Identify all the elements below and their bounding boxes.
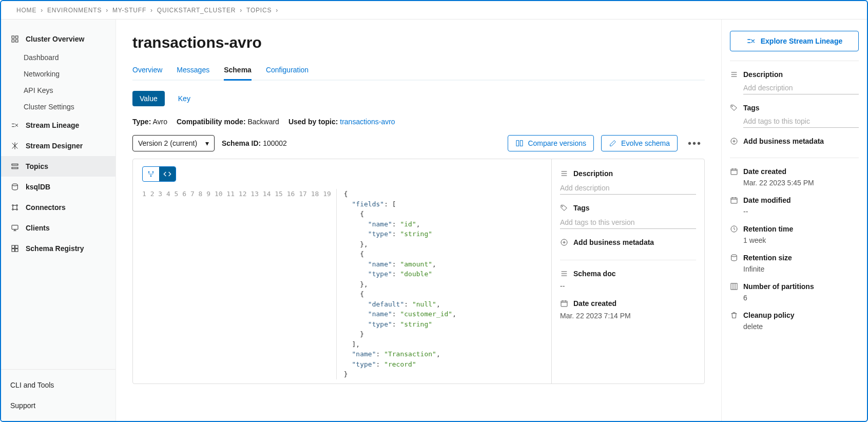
rp-tags-label: Tags [743,104,760,112]
svg-rect-14 [12,249,14,252]
schema-id-label: Schema ID: [222,139,261,147]
chevron-right-icon: › [150,7,153,14]
sidebar-item-networking[interactable]: Networking [1,66,115,82]
sidebar-item-label: Dashboard [24,53,59,62]
chevron-down-icon: ▾ [205,139,209,147]
explore-stream-lineage-button[interactable]: Explore Stream Lineage [730,31,859,51]
version-select-value: Version 2 (current) [138,139,197,147]
sidebar: Cluster Overview Dashboard Networking AP… [1,20,116,421]
side-tags-input[interactable] [560,216,696,229]
rp-retention-time-label: Retention time [743,225,793,233]
svg-point-7 [12,205,14,206]
crumb-mystuff[interactable]: MY-STUFF [112,7,146,14]
svg-point-19 [152,171,154,173]
meta-type-value: Avro [152,118,167,126]
sidebar-item-label: Topics [26,162,48,170]
sidebar-item-connectors[interactable]: Connectors [1,197,115,218]
sidebar-item-clients[interactable]: Clients [1,218,115,238]
tabs: Overview Messages Schema Configuration [132,66,705,81]
rp-add-metadata[interactable]: Add business metadata [743,137,824,145]
schema-editor[interactable]: 1 2 3 4 5 6 7 8 9 10 11 12 13 14 15 16 1… [133,185,551,383]
sidebar-item-ksqldb[interactable]: ksqlDB [1,177,115,197]
sidebar-item-schema-registry[interactable]: Schema Registry [1,238,115,259]
rp-date-modified-label: Date modified [743,196,791,204]
side-description-label: Description [573,169,613,178]
svg-rect-12 [12,245,14,248]
chevron-right-icon: › [41,7,43,14]
lineage-icon [10,121,20,130]
tag-icon [560,204,568,212]
svg-point-24 [732,106,732,107]
divider [560,260,696,260]
tree-icon [147,170,155,178]
chevron-right-icon: › [240,7,242,14]
sidebar-item-topics[interactable]: Topics [1,156,115,177]
rp-cleanup-label: Cleanup policy [743,311,795,319]
svg-point-9 [12,209,14,210]
side-date-created-value: Mar. 22 2023 7:14 PM [560,312,696,320]
right-panel: Explore Stream Lineage Description Tags … [721,20,867,421]
side-schema-doc-label: Schema doc [573,270,615,278]
svg-rect-0 [12,36,14,39]
view-tree-button[interactable] [143,167,159,181]
sidebar-item-support[interactable]: Support [1,395,115,416]
svg-rect-1 [15,36,18,39]
svg-point-20 [150,176,152,177]
sidebar-item-stream-designer[interactable]: Stream Designer [1,136,115,156]
grid-icon [10,34,20,44]
svg-rect-15 [15,249,18,252]
sidebar-item-stream-lineage[interactable]: Stream Lineage [1,115,115,136]
pill-key[interactable]: Key [171,91,198,106]
tab-configuration[interactable]: Configuration [266,66,308,81]
meta-usedby-link[interactable]: transactions-avro [340,118,395,126]
divider [730,61,859,61]
sidebar-item-cluster-settings[interactable]: Cluster Settings [1,99,115,115]
side-add-metadata[interactable]: Add business metadata [573,238,654,246]
compare-icon [515,139,524,147]
sidebar-item-cluster-overview[interactable]: Cluster Overview [1,29,115,49]
meta-compat-label: Compatibility mode: [177,118,246,126]
view-mode-toggle [142,166,176,182]
breadcrumb: HOME› ENVIRONMENTS› MY-STUFF› QUICKSTART… [1,1,867,20]
svg-rect-30 [731,283,737,290]
crumb-environments[interactable]: ENVIRONMENTS [47,7,102,14]
sidebar-item-label: Cluster Overview [26,35,84,43]
line-gutter: 1 2 3 4 5 6 7 8 9 10 11 12 13 14 15 16 1… [133,189,337,379]
topics-icon [10,162,20,171]
svg-rect-2 [12,40,14,42]
chevron-right-icon: › [276,7,278,14]
crumb-cluster[interactable]: QUICKSTART_CLUSTER [157,7,236,14]
crumb-topics[interactable]: TOPICS [246,7,272,14]
list-icon [560,270,568,278]
rp-description-input[interactable] [743,82,859,94]
view-code-button[interactable] [159,167,176,181]
schema-meta: Type: Avro Compatibility mode: Backward … [132,118,705,126]
compare-versions-button[interactable]: Compare versions [508,135,594,151]
calendar-icon [730,196,738,204]
side-description-input[interactable] [560,182,696,195]
svg-point-18 [148,171,150,173]
version-select[interactable]: Version 2 (current) ▾ [132,135,215,151]
tab-messages[interactable]: Messages [177,66,209,81]
pill-value[interactable]: Value [132,91,165,106]
meta-usedby-label: Used by topic: [288,118,338,126]
designer-icon [10,141,20,150]
sidebar-item-label: Stream Lineage [26,121,79,129]
sidebar-item-dashboard[interactable]: Dashboard [1,49,115,66]
crumb-home[interactable]: HOME [16,7,36,14]
sidebar-item-cli-tools[interactable]: CLI and Tools [1,375,115,395]
side-tags-label: Tags [573,204,590,212]
evolve-schema-button[interactable]: Evolve schema [601,135,678,151]
rp-date-created-value: Mar. 22 2023 5:45 PM [743,179,859,187]
main-content: transactions-avro Overview Messages Sche… [116,20,721,421]
svg-rect-17 [520,141,523,146]
tab-schema[interactable]: Schema [224,66,252,81]
list-icon [560,169,568,178]
more-actions-button[interactable]: ••• [685,138,705,149]
plus-circle-icon [560,238,568,246]
tab-overview[interactable]: Overview [132,66,162,81]
rp-tags-input[interactable] [743,115,859,128]
svg-point-29 [731,255,737,257]
sidebar-item-api-keys[interactable]: API Keys [1,82,115,99]
rp-partitions-label: Number of partitions [743,282,814,291]
